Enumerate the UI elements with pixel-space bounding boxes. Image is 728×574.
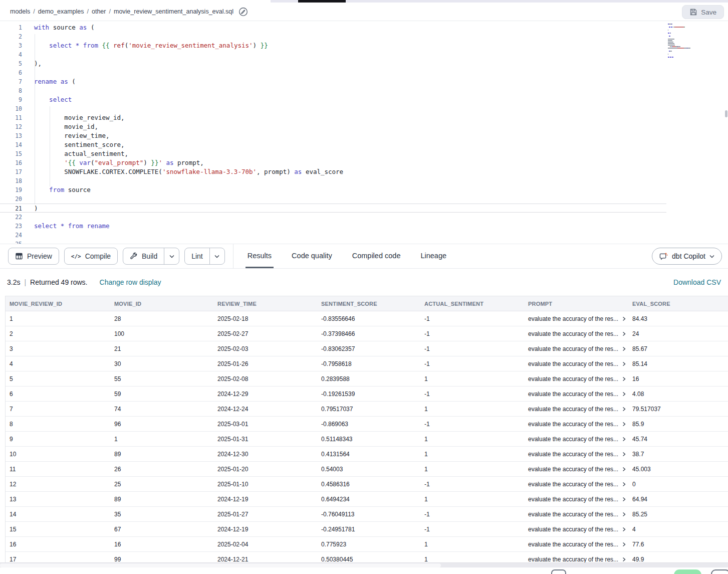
dbt-copilot-button[interactable]: dbt Copilot [652,248,722,265]
chevron-right-icon[interactable] [622,467,626,472]
prompt-cell-expander[interactable]: evaluate the accuracy of the res... [524,341,628,356]
code-line[interactable]: 25 [0,240,728,244]
chevron-right-icon[interactable] [622,437,626,442]
preview-button[interactable]: Preview [8,248,59,265]
compile-button[interactable]: </> Compile [64,248,118,265]
code-line[interactable]: 19 from source [0,185,728,195]
prompt-cell-expander[interactable]: evaluate the accuracy of the res... [524,462,628,476]
eval-score-cell: 4.08 [628,387,728,401]
table-row: 6592024-12-29-0.19261539-1evaluate the a… [6,387,728,402]
table-cell: 2024-12-21 [213,552,317,562]
table-cell: 28 [110,311,213,326]
prompt-cell-expander[interactable]: evaluate the accuracy of the res... [524,387,628,401]
query-time: 3.2s [7,278,20,286]
chevron-right-icon[interactable] [622,361,626,366]
chevron-right-icon[interactable] [622,527,626,532]
footer-button-partial[interactable] [711,569,728,574]
code-line[interactable]: 22 [0,213,728,222]
code-line[interactable]: 18 [0,176,728,185]
code-line[interactable]: 13 review_time, [0,131,728,140]
code-line[interactable]: 4 [0,50,728,59]
prompt-cell-expander[interactable]: evaluate the accuracy of the res... [524,507,628,521]
table-cell: 2024-12-19 [213,492,317,506]
prompt-cell-expander[interactable]: evaluate the accuracy of the res... [524,522,628,536]
chevron-right-icon[interactable] [622,392,626,397]
table-cell: 1 [420,402,524,416]
tab-results[interactable]: Results [246,244,274,268]
prompt-cell-expander[interactable]: evaluate the accuracy of the res... [524,311,628,326]
code-line[interactable]: 12 movie_id, [0,122,728,131]
breadcrumb-filename: movie_review_sentiment_analysis_eval.sql [114,8,233,15]
editor-vertical-scrollbar-thumb[interactable] [725,110,727,117]
code-line[interactable]: 3 select * from {{ ref('movie_review_sen… [0,41,728,50]
code-line[interactable]: 17 SNOWFLAKE.CORTEX.COMPLETE('snowflake-… [0,167,728,176]
chevron-right-icon[interactable] [622,512,626,517]
chevron-right-icon[interactable] [622,346,626,351]
breadcrumb-other[interactable]: other [92,8,106,15]
prompt-cell-expander[interactable]: evaluate the accuracy of the res... [524,402,628,416]
code-line[interactable]: 2 [0,32,728,41]
code-line[interactable]: 7rename as ( [0,77,728,86]
chevron-right-icon[interactable] [622,316,626,321]
tab-code-quality[interactable]: Code quality [290,244,334,268]
change-row-display-link[interactable]: Change row display [100,278,161,286]
file-header-bar: models / demo_examples / other / movie_r… [0,3,728,21]
prompt-cell-expander[interactable]: evaluate the accuracy of the res... [524,447,628,461]
horizontal-scrollbar[interactable] [0,562,728,567]
prompt-cell-expander[interactable]: evaluate the accuracy of the res... [524,326,628,341]
breadcrumb-demo-examples[interactable]: demo_examples [38,8,84,15]
save-button[interactable]: Save [682,5,724,19]
code-line[interactable]: 16 '{{ var("eval_prompt") }}' as prompt, [0,158,728,167]
code-line[interactable]: 8 [0,86,728,95]
build-dropdown-chevron[interactable] [164,248,179,264]
download-csv-link[interactable]: Download CSV [673,278,721,286]
prompt-cell-expander[interactable]: evaluate the accuracy of the res... [524,356,628,371]
prompt-cell-expander[interactable]: evaluate the accuracy of the res... [524,537,628,551]
breadcrumb-models[interactable]: models [10,8,30,15]
code-line[interactable]: 14 sentiment_score, [0,140,728,149]
chevron-right-icon[interactable] [622,407,626,412]
code-line[interactable]: 24 [0,231,728,240]
editor-minimap[interactable] [668,23,724,61]
code-line[interactable]: 5), [0,59,728,68]
chevron-right-icon[interactable] [622,497,626,502]
code-line[interactable]: 23select * from rename [0,222,728,231]
prompt-cell-expander[interactable]: evaluate the accuracy of the res... [524,432,628,446]
code-line[interactable]: 21) [0,204,666,213]
tab-lineage[interactable]: Lineage [418,244,448,268]
lint-dropdown-chevron[interactable] [209,248,224,264]
code-line[interactable]: 9 select [0,95,728,104]
footer-green-pill-partial[interactable] [674,569,701,574]
prompt-cell-expander[interactable]: evaluate the accuracy of the res... [524,417,628,431]
code-text: review_time, [22,131,110,140]
table-cell: 2025-02-03 [213,341,317,356]
tab-compiled-code[interactable]: Compiled code [350,244,403,268]
prompt-cell-expander[interactable]: evaluate the accuracy of the res... [524,371,628,386]
toolbar-divider [233,244,233,268]
lint-button[interactable]: Lint [185,248,209,264]
code-line[interactable]: 20 [0,195,728,204]
code-line[interactable]: 1with source as ( [0,23,728,32]
build-button[interactable]: Build [123,248,164,264]
chevron-right-icon[interactable] [622,331,626,336]
table-cell: 1 [420,447,524,461]
chevron-right-icon[interactable] [622,482,626,487]
copilot-edit-icon[interactable] [238,7,249,17]
chevron-right-icon[interactable] [622,557,626,562]
chevron-right-icon[interactable] [622,376,626,381]
chevron-right-icon[interactable] [622,452,626,457]
code-editor[interactable]: 1with source as (23 select * from {{ ref… [0,21,728,244]
prompt-cell-expander[interactable]: evaluate the accuracy of the res... [524,477,628,491]
code-line[interactable]: 11 movie_review_id, [0,113,728,122]
prompt-cell-expander[interactable]: evaluate the accuracy of the res... [524,492,628,506]
prompt-cell-expander[interactable]: evaluate the accuracy of the res... [524,552,628,562]
code-line[interactable]: 10 [0,104,728,113]
horizontal-scrollbar-thumb[interactable] [0,563,441,567]
footer-button-partial[interactable] [551,569,566,574]
code-line[interactable]: 15 actual_sentiment, [0,149,728,158]
chevron-right-icon[interactable] [622,542,626,547]
table-cell: -0.76049113 [317,507,420,521]
code-line[interactable]: 6 [0,68,728,77]
prompt-truncated-text: evaluate the accuracy of the res... [528,511,618,518]
chevron-right-icon[interactable] [622,422,626,427]
